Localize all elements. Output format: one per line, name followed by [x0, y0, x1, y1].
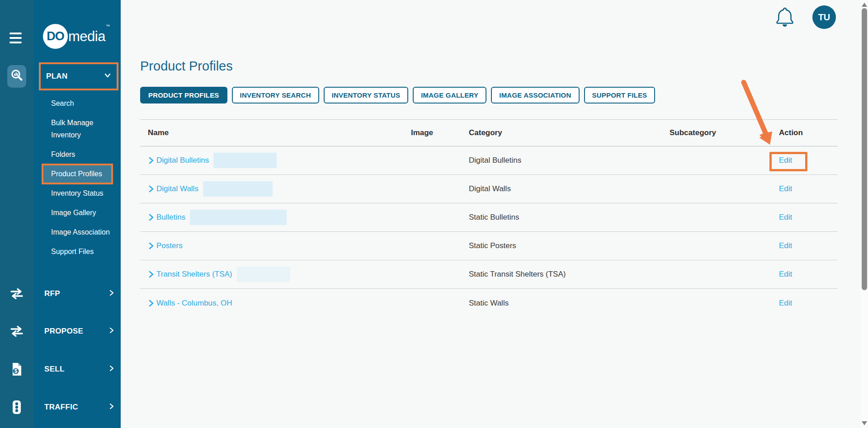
action-cell: Edit	[779, 213, 838, 222]
trademark-symbol: ™	[106, 24, 110, 28]
category-cell: Static Bulletins	[469, 213, 670, 222]
redacted-text-block	[237, 267, 290, 282]
table-row: Walls - Columbus, OH Static Walls Edit	[140, 289, 838, 317]
edit-link[interactable]: Edit	[779, 299, 792, 307]
redacted-text-block	[203, 181, 273, 197]
table-header-row: Name Image Category Subcategory Action	[140, 120, 838, 146]
exchange-arrows-icon	[9, 324, 24, 339]
plan-submenu: Search Bulk Manage Inventory Folders Pro…	[51, 97, 111, 265]
sidebar-item-bulk-manage-inventory[interactable]: Bulk Manage Inventory	[51, 117, 111, 141]
action-cell: Edit	[779, 156, 838, 165]
profile-name-link[interactable]: Walls - Columbus, OH	[156, 299, 232, 308]
column-header: Action	[779, 128, 838, 137]
chevron-right-icon	[108, 403, 115, 412]
category-cell: Static Posters	[469, 241, 670, 250]
sidebar: DO media™ PLAN Search Bulk Manage Invent…	[33, 0, 121, 428]
name-cell: Digital Walls	[140, 181, 375, 197]
profile-name-link[interactable]: Digital Walls	[156, 184, 198, 193]
column-header: Name	[140, 128, 375, 137]
edit-link[interactable]: Edit	[779, 270, 792, 278]
plan-label: PLAN	[46, 72, 67, 81]
chevron-right-icon	[108, 289, 115, 298]
inventory-search-button[interactable]	[7, 65, 26, 88]
category-cell: Static Transit Shelters (TSA)	[469, 270, 670, 279]
category-cell: Digital Walls	[469, 184, 670, 193]
traffic-light-icon	[9, 400, 24, 414]
column-header: Subcategory	[670, 128, 779, 137]
profile-name-link[interactable]: Transit Shelters (TSA)	[156, 270, 232, 279]
name-cell: Transit Shelters (TSA)	[140, 267, 375, 282]
expand-chevron-icon[interactable]	[148, 156, 155, 165]
tab-image-association[interactable]: IMAGE ASSOCIATION	[491, 87, 579, 103]
chart-magnifier-icon	[10, 69, 24, 84]
action-cell: Edit	[779, 184, 838, 193]
sidebar-item-folders[interactable]: Folders	[51, 148, 111, 160]
name-cell: Walls - Columbus, OH	[140, 299, 375, 308]
edit-link[interactable]: Edit	[779, 241, 792, 250]
table-row: Posters Static Posters Edit	[140, 232, 838, 260]
svg-text:$: $	[14, 368, 18, 374]
sidebar-item-image-association[interactable]: Image Association	[51, 226, 111, 238]
tab-inventory-status[interactable]: INVENTORY STATUS	[324, 87, 409, 103]
logo-do-circle: DO	[43, 24, 68, 49]
sidebar-item-propose[interactable]: PROPOSE	[44, 325, 115, 338]
notification-bell-icon[interactable]	[774, 5, 796, 28]
sidebar-item-image-gallery[interactable]: Image Gallery	[51, 207, 111, 219]
name-cell: Posters	[140, 241, 375, 250]
redacted-text-block	[213, 153, 277, 168]
category-cell: Digital Bulletins	[469, 156, 670, 165]
scroll-up-arrow-icon[interactable]	[862, 3, 867, 7]
sidebar-item-support-files[interactable]: Support Files	[51, 245, 111, 258]
hamburger-menu-icon[interactable]	[9, 33, 22, 43]
tab-inventory-search[interactable]: INVENTORY SEARCH	[232, 87, 319, 103]
scrollbar-thumb[interactable]	[862, 8, 867, 290]
vertical-scrollbar[interactable]	[861, 0, 868, 428]
action-cell: Edit	[779, 299, 838, 308]
expand-chevron-icon[interactable]	[148, 213, 155, 221]
action-cell: Edit	[779, 241, 838, 250]
expand-chevron-icon[interactable]	[148, 270, 155, 278]
table-body: Digital Bulletins Digital Bulletins Edit…	[140, 146, 838, 317]
table-row: Digital Bulletins Digital Bulletins Edit	[140, 146, 838, 175]
exchange-arrows-icon	[9, 287, 24, 301]
sidebar-item-sell[interactable]: SELL	[44, 363, 115, 376]
avatar-initials: TU	[818, 12, 830, 23]
sidebar-item-rfp[interactable]: RFP	[44, 287, 115, 300]
chevron-right-icon	[108, 327, 115, 336]
sidebar-item-search[interactable]: Search	[51, 97, 111, 109]
action-cell: Edit	[779, 270, 838, 279]
domedia-logo[interactable]: DO media™	[43, 24, 109, 49]
scroll-down-arrow-icon[interactable]	[862, 421, 867, 425]
tab-bar: PRODUCT PROFILES INVENTORY SEARCH INVENT…	[140, 87, 655, 103]
expand-chevron-icon[interactable]	[148, 185, 155, 193]
edit-link[interactable]: Edit	[779, 184, 792, 193]
redacted-text-block	[190, 210, 287, 225]
chevron-down-icon	[104, 71, 112, 81]
expand-chevron-icon[interactable]	[148, 299, 155, 307]
profile-name-link[interactable]: Posters	[156, 241, 183, 250]
main-content: Product Profiles PRODUCT PROFILES INVENT…	[121, 0, 861, 428]
edit-link[interactable]: Edit	[779, 156, 792, 165]
icon-rail: $	[0, 0, 33, 428]
sidebar-item-product-profiles[interactable]: Product Profiles	[43, 165, 111, 183]
expand-chevron-icon[interactable]	[148, 242, 155, 250]
table-row: Transit Shelters (TSA) Static Transit Sh…	[140, 260, 838, 289]
sidebar-item-plan[interactable]: PLAN	[39, 62, 118, 90]
edit-link[interactable]: Edit	[779, 213, 792, 221]
profile-name-link[interactable]: Bulletins	[156, 213, 185, 222]
name-cell: Bulletins	[140, 210, 375, 225]
column-header: Image	[375, 128, 469, 137]
table-row: Digital Walls Digital Walls Edit	[140, 175, 838, 203]
page-title: Product Profiles	[140, 59, 233, 74]
user-avatar[interactable]: TU	[812, 5, 836, 29]
tab-image-gallery[interactable]: IMAGE GALLERY	[413, 87, 486, 103]
category-cell: Static Walls	[469, 299, 670, 308]
invoice-dollar-icon: $	[9, 362, 24, 376]
sidebar-item-traffic[interactable]: TRAFFIC	[44, 401, 115, 414]
profile-name-link[interactable]: Digital Bulletins	[156, 156, 209, 165]
sidebar-item-inventory-status[interactable]: Inventory Status	[51, 187, 111, 199]
column-header: Category	[469, 128, 670, 137]
tab-product-profiles[interactable]: PRODUCT PROFILES	[140, 87, 227, 103]
table-row: Bulletins Static Bulletins Edit	[140, 203, 838, 232]
tab-support-files[interactable]: SUPPORT FILES	[584, 87, 656, 103]
